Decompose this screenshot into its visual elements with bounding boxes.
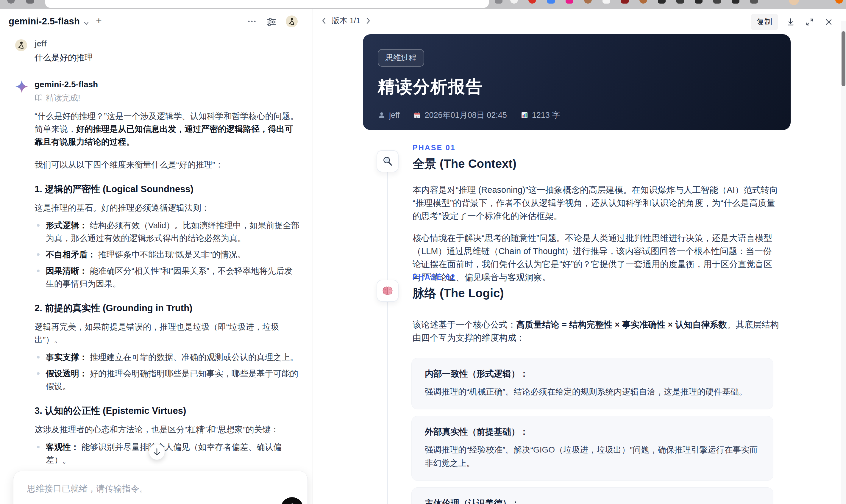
- user-avatar: [15, 39, 27, 51]
- extension-icon[interactable]: [547, 0, 555, 4]
- card-internal-consistency: 内部一致性（形式逻辑）： 强调推理的“机械正确”。结论必须在给定的规则系统内逻辑…: [411, 358, 773, 409]
- user-avatar[interactable]: [286, 16, 298, 28]
- assistant-message: gemini-2.5-flash 精读完成! “什么是好的推理？”这是一个涉及逻…: [0, 79, 313, 504]
- card-title: 内部一致性（形式逻辑）：: [425, 368, 760, 380]
- magnifier-icon: [376, 150, 399, 172]
- artifact-panel: 版本 1/1 复制: [313, 9, 846, 504]
- list-item: 因果清晰： 能准确区分“相关性”和“因果关系”，不会轻率地将先后发生的事情归为因…: [35, 265, 300, 290]
- chat-header: gemini-2.5-flash +: [0, 14, 313, 32]
- phase-2-formula: 该论述基于一个核心公式：高质量结论 = 结构完整性 × 事实准确性 × 认知自律…: [412, 318, 779, 344]
- url-bar[interactable]: [45, 0, 489, 8]
- extension-icon[interactable]: [510, 0, 518, 4]
- phase-2-title: 脉络 (The Logic): [412, 285, 779, 301]
- section-desc-2: 逻辑再完美，如果前提是错误的，推理也是垃圾（即“垃圾进，垃圾出”）。: [35, 320, 300, 346]
- close-icon[interactable]: [822, 16, 835, 29]
- assistant-body: “什么是好的推理？”这是一个涉及逻辑学、认知科学和哲学核心的问题。简单来说，好的…: [35, 110, 300, 504]
- copy-button[interactable]: 复制: [751, 14, 778, 30]
- more-options-icon[interactable]: [246, 16, 257, 27]
- extension-icon[interactable]: [695, 0, 703, 4]
- section-title-1: 1. 逻辑的严密性 (Logical Soundness): [35, 183, 300, 196]
- extension-icon[interactable]: [732, 0, 739, 4]
- status-text: 精读完成!: [46, 92, 81, 103]
- card-body: 强调推理的“经验校准”。解决“GIGO（垃圾进，垃圾出）”问题，确保推理引擎运行…: [425, 443, 760, 470]
- extension-icon[interactable]: [528, 0, 536, 4]
- screen: gemini-2.5-flash +: [0, 0, 846, 504]
- prev-version-icon[interactable]: [321, 17, 327, 25]
- version-label: 版本 1/1: [332, 16, 360, 26]
- section-desc-1: 这是推理的基石。好的推理必须遵循逻辑法则：: [35, 201, 300, 214]
- dimension-cards: 内部一致性（形式逻辑）： 强调推理的“机械正确”。结论必须在给定的规则系统内逻辑…: [411, 358, 773, 504]
- extension-icon[interactable]: [750, 0, 758, 4]
- browser-profile-avatar[interactable]: [789, 0, 799, 5]
- extension-icon[interactable]: [713, 0, 721, 4]
- report-meta: jeff 17 2026年01月08日 02:45 1213 字: [378, 110, 791, 121]
- date-meta: 17 2026年01月08日 02:45: [413, 110, 507, 121]
- extension-icon[interactable]: [658, 0, 666, 4]
- chevron-down-icon[interactable]: [83, 20, 90, 27]
- extension-icon[interactable]: [835, 0, 843, 4]
- phase-2-label: PHASE 02: [412, 273, 779, 282]
- gemini-star-icon: [15, 80, 28, 93]
- phase-1-paragraph-1: 本内容是对“推理 (Reasoning)”这一抽象概念的高层建模。在知识爆炸与人…: [412, 183, 779, 222]
- wordcount-meta: 1213 字: [521, 110, 560, 121]
- scrollbar-track[interactable]: [841, 21, 846, 504]
- next-version-icon[interactable]: [365, 17, 371, 25]
- phase-1-section: PHASE 01 全景 (The Context) 本内容是对“推理 (Reas…: [412, 143, 779, 284]
- list-item: 形式逻辑： 结构必须有效（Valid）。比如演绎推理中，如果前提全部为真，那么通…: [35, 219, 300, 245]
- user-message-text: 什么是好的推理: [35, 51, 301, 64]
- report-badge: 思维过程: [378, 49, 424, 67]
- extension-icon[interactable]: [566, 0, 573, 4]
- extension-icon[interactable]: [639, 0, 647, 4]
- timeline-connector: [387, 161, 388, 504]
- section-title-3: 3. 认知的公正性 (Epistemic Virtues): [35, 404, 300, 417]
- extension-icon[interactable]: [676, 0, 684, 4]
- download-icon[interactable]: [784, 16, 797, 29]
- author-name: jeff: [389, 111, 400, 120]
- new-chat-button[interactable]: +: [96, 15, 102, 26]
- scroll-to-bottom-button[interactable]: [149, 444, 165, 460]
- book-icon: [35, 94, 43, 102]
- author-meta: jeff: [378, 111, 400, 120]
- phase-1-title: 全景 (The Context): [412, 156, 779, 172]
- date-text: 2026年01月08日 02:45: [425, 110, 507, 121]
- svg-text:17: 17: [416, 115, 419, 118]
- extension-icon[interactable]: [584, 0, 592, 4]
- message-list: jeff 什么是好的推理 gemini-2.5-flash: [0, 39, 313, 504]
- lead-paragraph: 我们可以从以下四个维度来衡量什么是“好的推理”：: [35, 158, 300, 171]
- card-external-truth: 外部真实性（前提基础）： 强调推理的“经验校准”。解决“GIGO（垃圾进，垃圾出…: [411, 416, 773, 481]
- model-selector[interactable]: gemini-2.5-flash: [8, 16, 80, 27]
- user-name: jeff: [35, 39, 301, 49]
- bullet-list-1: 形式逻辑： 结构必须有效（Valid）。比如演绎推理中，如果前提全部为真，那么通…: [35, 219, 300, 290]
- app-window: gemini-2.5-flash +: [0, 9, 846, 504]
- artifact-header: 版本 1/1 复制: [313, 12, 846, 31]
- report-hero-card: 思维过程 精读分析报告 jeff 17 2026年01月08日 02:45 12…: [363, 34, 791, 130]
- extension-icon[interactable]: [621, 0, 629, 4]
- list-item: 不自相矛盾： 推理链条中不能出现“既是又非”的情况。: [35, 248, 300, 261]
- brain-icon: [376, 280, 399, 302]
- chat-panel: gemini-2.5-flash +: [0, 9, 313, 504]
- scrollbar-thumb[interactable]: [842, 31, 845, 86]
- card-title: 主体伦理（认识美德）：: [425, 497, 760, 504]
- voice-input-button[interactable]: [281, 497, 303, 504]
- list-item: 事实支撑： 推理建立在可靠的数据、准确的观测或公认的真理之上。: [35, 351, 300, 364]
- card-epistemic-ethics: 主体伦理（认识美德）： 转向推理者的心理特征。引入奥卡姆剃刀和反向论证，旨在克服…: [411, 487, 773, 504]
- intro-paragraph: “什么是好的推理？”这是一个涉及逻辑学、认知科学和哲学核心的问题。简单来说，好的…: [35, 110, 300, 148]
- composer[interactable]: 思维接口已就绪，请传输指令。: [13, 471, 308, 504]
- browser-reload-icon[interactable]: [7, 0, 15, 4]
- card-title: 外部真实性（前提基础）：: [425, 426, 760, 438]
- section-title-2: 2. 前提的真实性 (Grounding in Truth): [35, 302, 300, 314]
- extension-icon[interactable]: [602, 0, 610, 4]
- bullet-list-2: 事实支撑： 推理建立在可靠的数据、准确的观测或公认的真理之上。 假设透明： 好的…: [35, 351, 300, 393]
- fullscreen-icon[interactable]: [803, 16, 816, 29]
- composer-placeholder[interactable]: 思维接口已就绪，请传输指令。: [27, 483, 148, 495]
- card-body: 强调推理的“机械正确”。结论必须在给定的规则系统内逻辑自洽，这是推理的硬件基础。: [425, 385, 760, 398]
- wordcount-text: 1213 字: [532, 110, 560, 121]
- settings-sliders-icon[interactable]: [266, 16, 277, 27]
- user-message: jeff 什么是好的推理: [0, 39, 313, 64]
- assistant-status: 精读完成!: [35, 92, 301, 103]
- phase-2-section: PHASE 02 脉络 (The Logic) 该论述基于一个核心公式：高质量结…: [412, 273, 779, 504]
- extension-icon[interactable]: [495, 0, 503, 4]
- report-title: 精读分析报告: [378, 76, 791, 98]
- browser-grid-icon[interactable]: [26, 0, 34, 4]
- list-item: 假设透明： 好的推理会明确指明哪些是已知事实，哪些是基于可能的假设。: [35, 367, 300, 393]
